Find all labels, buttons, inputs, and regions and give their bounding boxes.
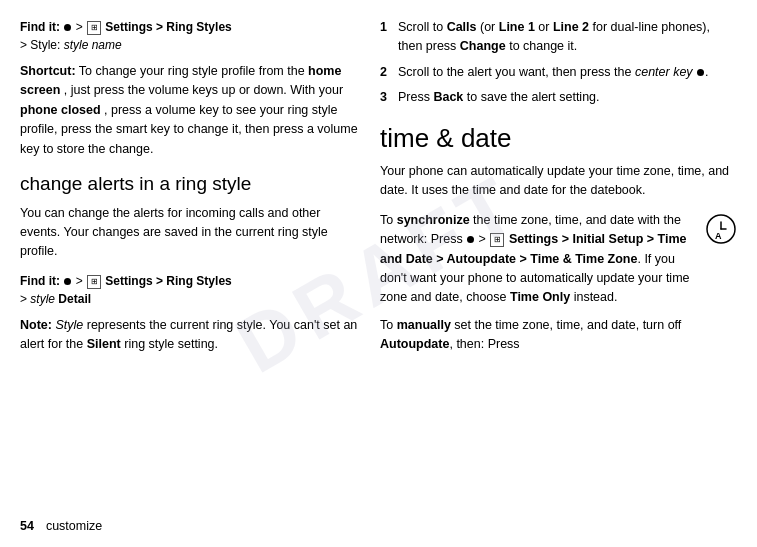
find-it-dot-2: > <box>63 274 86 288</box>
menu-icon-3: ⊞ <box>490 233 504 247</box>
step-1-num: 1 <box>380 18 392 57</box>
note-style-italic: Style <box>55 318 83 332</box>
note-para: Note: Style represents the current ring … <box>20 316 360 355</box>
note-label: Note: <box>20 318 52 332</box>
sync-text: To synchronize the time zone, time, and … <box>380 211 699 308</box>
shortcut-text-1: To change your ring style profile from t… <box>79 64 308 78</box>
settings-text-2: Settings > Ring Styles <box>105 274 231 288</box>
step-1-content: Scroll to Calls (or Line 1 or Line 2 for… <box>398 18 737 57</box>
detail-text: Detail <box>55 292 91 306</box>
style-italic-2: style <box>30 292 55 306</box>
steps-list: 1 Scroll to Calls (or Line 1 or Line 2 f… <box>380 18 737 108</box>
change-alerts-heading: change alerts in a ring style <box>20 173 360 196</box>
change-alerts-body: You can change the alerts for incoming c… <box>20 204 360 262</box>
svg-text:A: A <box>715 231 722 241</box>
step-2: 2 Scroll to the alert you want, then pre… <box>380 63 737 82</box>
right-column: 1 Scroll to Calls (or Line 1 or Line 2 f… <box>380 18 737 529</box>
style-name: style name <box>64 38 122 52</box>
manual-para: To manually set the time zone, time, and… <box>380 316 737 355</box>
menu-icon-1: ⊞ <box>87 21 101 35</box>
time-date-body: Your phone can automatically update your… <box>380 162 737 201</box>
shortcut-para: Shortcut: To change your ring style prof… <box>20 62 360 159</box>
time-date-heading: time & date <box>380 124 737 153</box>
step-1: 1 Scroll to Calls (or Line 1 or Line 2 f… <box>380 18 737 57</box>
find-it-2: Find it: > ⊞ Settings > Ring Styles > st… <box>20 272 360 308</box>
menu-icon-2: ⊞ <box>87 275 101 289</box>
shortcut-label: Shortcut: <box>20 64 76 78</box>
shortcut-text-2: , just press the volume keys up or down.… <box>64 83 343 97</box>
settings-text-1: Settings > Ring Styles <box>105 20 231 34</box>
note-silent: Silent <box>87 337 121 351</box>
page-footer: 54 customize <box>20 519 102 533</box>
page-number: 54 <box>20 519 34 533</box>
note-text-3: ring style setting. <box>124 337 218 351</box>
step-3: 3 Press Back to save the alert setting. <box>380 88 737 107</box>
find-it-label-2: Find it: <box>20 274 60 288</box>
phone-closed-text: phone closed <box>20 103 101 117</box>
style-prefix-2: > <box>20 292 30 306</box>
step-2-content: Scroll to the alert you want, then press… <box>398 63 709 82</box>
sync-section: To synchronize the time zone, time, and … <box>380 211 737 308</box>
page-label: customize <box>46 519 102 533</box>
find-it-1: Find it: > ⊞ Settings > Ring Styles > St… <box>20 18 360 54</box>
find-it-dot: > <box>63 20 86 34</box>
step-3-content: Press Back to save the alert setting. <box>398 88 600 107</box>
style-prefix: > Style: <box>20 38 64 52</box>
sync-network-icon: A <box>705 213 737 245</box>
page-container: DRAFT Find it: > ⊞ Settings > Ring Style… <box>0 0 757 547</box>
step-3-num: 3 <box>380 88 392 107</box>
find-it-label: Find it: <box>20 20 60 34</box>
left-column: Find it: > ⊞ Settings > Ring Styles > St… <box>20 18 360 529</box>
step-2-num: 2 <box>380 63 392 82</box>
